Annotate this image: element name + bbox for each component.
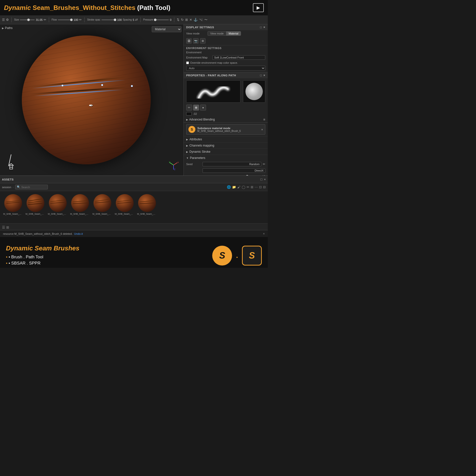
- mirror-h-icon[interactable]: ⇅: [177, 18, 179, 22]
- paint-along-path-title: PROPERTIES - PAINT ALONG PATH: [186, 74, 236, 77]
- brush-icon-pen[interactable]: ✏: [186, 105, 192, 111]
- brush-icon-target[interactable]: ⊗: [193, 105, 199, 111]
- env-map-row: Environment Map Soft 1LowContrast Front: [184, 55, 268, 60]
- stroke-opacity-slider[interactable]: [101, 19, 116, 20]
- override-checkbox[interactable]: [186, 61, 189, 64]
- asset-label-3: M_SHB_Seam_witho...: [48, 213, 68, 215]
- spacing-value: 5: [133, 18, 134, 21]
- brush-icon-circle[interactable]: ●: [200, 105, 206, 111]
- asset-thumb-1: [4, 194, 22, 212]
- asset-tb-globe-icon[interactable]: 🌐: [227, 185, 231, 189]
- advanced-blending-row[interactable]: ▶ Advanced Blending ≡: [184, 117, 268, 122]
- promo-area: Dynamic Seam Brushes • • Brush . Path To…: [0, 237, 268, 268]
- list-item[interactable]: M_SHB_Seam_witho...: [24, 193, 47, 216]
- display-settings-close-icon[interactable]: ×: [263, 26, 265, 29]
- anchor-icon[interactable]: ⚓: [194, 18, 198, 22]
- brush-preview-area: [184, 78, 268, 105]
- brush-color-swatch[interactable]: [186, 112, 192, 116]
- size-value: 31.05: [36, 18, 43, 21]
- pressure-group: Pressure 0: [143, 18, 171, 21]
- title-seam: Seam_Brushes_Without_Stitches: [33, 4, 135, 11]
- assets-panel: ASSETS □ × session › 🔍 🌐 📁 🖌 ◯ ✏ ⊞ ⋯ ⊡ ⊟: [0, 176, 268, 230]
- path-icon[interactable]: ⌥: [199, 18, 203, 22]
- assets-close-icon[interactable]: ×: [264, 178, 266, 181]
- status-close-icon[interactable]: ×: [263, 232, 265, 236]
- directx-value[interactable]: DirectX: [203, 168, 265, 173]
- paint-along-path-title-bar: PROPERTIES - PAINT ALONG PATH □ ×: [184, 72, 268, 78]
- display-settings-resize-icon[interactable]: □: [260, 26, 262, 29]
- attributes-label: Attributes: [189, 138, 202, 141]
- swap-icon[interactable]: ⇄: [135, 18, 138, 22]
- substance-close-icon[interactable]: ×: [261, 128, 263, 131]
- channels-mapping-section[interactable]: ▶ Channels mapping: [184, 142, 268, 149]
- dynamic-stroke-section[interactable]: ▶ Dynamic Stroke: [184, 149, 268, 155]
- auto-dropdown[interactable]: Auto: [186, 66, 265, 71]
- paint-along-path-close-icon[interactable]: ×: [263, 74, 265, 77]
- asset-tb-dots-icon[interactable]: ⋯: [255, 185, 258, 189]
- breadcrumb-sep: ›: [13, 186, 14, 189]
- asset-tb-folder-icon[interactable]: 📁: [232, 185, 236, 189]
- size-edit-icon[interactable]: ✏: [44, 18, 46, 22]
- parameters-label: Parameters: [190, 156, 205, 160]
- paint-along-path-resize-icon[interactable]: □: [260, 74, 262, 77]
- attributes-section[interactable]: ▶ Attributes: [184, 136, 268, 142]
- asset-tb-pen-icon[interactable]: ✏: [247, 185, 249, 189]
- material-dropdown[interactable]: Material: [152, 26, 181, 32]
- path-point-2[interactable]: [101, 84, 103, 86]
- video-icon[interactable]: ▶: [253, 3, 264, 12]
- list-item[interactable]: M_SHB_Seam_witho...: [47, 193, 69, 216]
- tab-material[interactable]: Material: [226, 31, 241, 35]
- substance-logo-icon: S: [188, 126, 195, 133]
- brush-stroke-preview: [186, 80, 240, 103]
- assets-resize-icon[interactable]: □: [261, 178, 263, 181]
- list-item[interactable]: M_SHB_Seam_witho...: [2, 193, 24, 216]
- pressure-value: 0: [170, 18, 171, 21]
- view-icon-camera[interactable]: 📷: [193, 38, 199, 44]
- parameters-section[interactable]: ▼ Parameters: [184, 155, 268, 161]
- flow-slider[interactable]: [58, 19, 73, 20]
- promo-bullet-1-text: • Brush . Path Tool: [9, 255, 43, 259]
- path-point-1[interactable]: [61, 85, 63, 87]
- flow-edit-icon[interactable]: ✏: [79, 18, 82, 22]
- tab-view-mode[interactable]: View mode: [208, 31, 226, 35]
- override-row: Override environment map color space.: [184, 60, 268, 65]
- asset-tb-circle-icon[interactable]: ◯: [242, 185, 245, 189]
- size-slider[interactable]: [20, 19, 35, 20]
- wave-icon[interactable]: 〜: [204, 18, 208, 22]
- transform-icon[interactable]: ⊞: [185, 18, 188, 22]
- search-input[interactable]: [21, 186, 46, 189]
- asset-tb-grid-icon[interactable]: ⊞: [251, 185, 253, 189]
- pressure-slider[interactable]: [154, 19, 169, 20]
- size-group: Size 31.05 ✏: [14, 18, 46, 22]
- list-item[interactable]: M_SHB_Seam_witho...: [91, 193, 114, 216]
- asset-label-6: M_SHB_Seam_witho...: [115, 213, 135, 215]
- asset-label-4: M_SHB_Seam_witho...: [70, 213, 90, 215]
- view-icon-settings[interactable]: ⚙: [200, 38, 206, 44]
- toolbar-menu-icon[interactable]: ☰: [2, 18, 5, 22]
- list-item[interactable]: M_SHB_Seam_witho...: [136, 193, 158, 216]
- seed-value[interactable]: Random: [203, 162, 261, 166]
- toolbar-settings-icon[interactable]: ⚙: [6, 18, 9, 22]
- list-icon[interactable]: ≡: [263, 118, 265, 121]
- list-item[interactable]: M_SHB_Seam_witho...: [69, 193, 91, 216]
- view-icon-render[interactable]: 🖼: [186, 38, 192, 44]
- asset-thumb-3: [49, 194, 67, 212]
- asset-tb-brush-icon[interactable]: 🖌: [237, 185, 240, 189]
- paths-label[interactable]: ▶ Paths: [2, 26, 13, 30]
- bottom-list-icon[interactable]: ☰: [2, 225, 5, 229]
- path-point-3[interactable]: [131, 85, 133, 87]
- asset-tb-tiles-icon[interactable]: ⊟: [263, 185, 266, 189]
- view-mode-tabs: View mode Material: [208, 31, 241, 36]
- bottom-grid-icon[interactable]: ⊞: [6, 225, 9, 229]
- toolbar-sep-2: [49, 17, 49, 22]
- seed-edit-icon[interactable]: ✏: [263, 162, 265, 166]
- breadcrumb-session[interactable]: session: [2, 186, 11, 189]
- toolbar: ☰ ⚙ Size 31.05 ✏ Flow 100 ✏ Stroke opac …: [0, 15, 268, 24]
- rotate-icon[interactable]: ↻: [181, 18, 184, 22]
- pen-tool-icon: [4, 153, 19, 171]
- close-tb-icon[interactable]: ✕: [189, 18, 192, 22]
- undo-link[interactable]: Undo-it: [74, 232, 83, 235]
- list-item[interactable]: M_SHB_Seam_witho...: [114, 193, 136, 216]
- asset-tb-more-icon[interactable]: ⊡: [259, 185, 262, 189]
- asset-thumb-4: [71, 194, 89, 212]
